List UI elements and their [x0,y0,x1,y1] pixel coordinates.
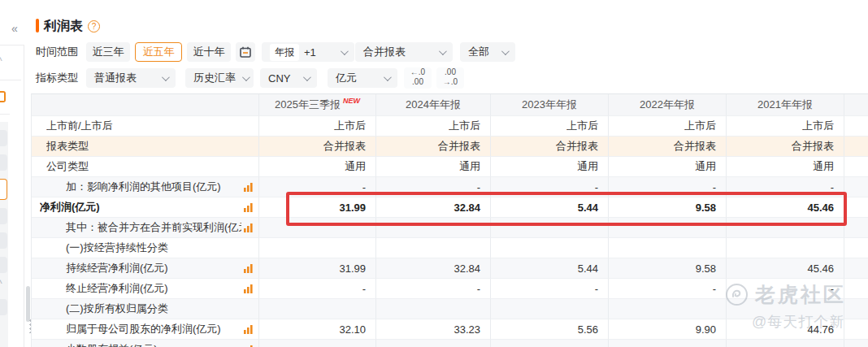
bar-chart-icon[interactable] [243,182,254,193]
cell-value [376,218,491,238]
currency-value: CNY [268,72,297,85]
cell-value: 31.99 [259,258,376,279]
row-label: 加：影响净利润的其他项目(亿元) [66,180,241,194]
help-icon[interactable]: ? [88,20,100,33]
cell-clipped [844,157,868,177]
table-row: 持续经营净利润(亿元) 31.99 32.84 5.44 9.58 45.46 [32,258,868,279]
calendar-glyph [240,46,251,58]
table-row: 净利润(亿元) 31.99 32.84 5.44 9.58 45.46 [32,197,868,218]
bar-chart-icon[interactable] [243,223,254,233]
cell-clipped [844,177,868,197]
bar-chart-icon[interactable] [243,202,254,213]
row-label: 持续经营净利润(亿元) [66,261,241,275]
row-label: 上市前/上市后 [46,119,254,133]
decrease-decimal-button[interactable]: ←.0 .00 [404,67,432,89]
scrollbar-thumb[interactable] [26,286,30,322]
statement-type-value: 普通报表 [94,71,155,85]
row-label: 少数股东损益(亿元) [66,342,241,347]
cell-value: 5.44 [491,197,609,218]
new-badge: NEW [343,97,360,105]
cell-value: 上市后 [491,116,609,137]
cell-value: 合并报表 [727,137,844,157]
cell-value: 上市后 [376,116,491,137]
statement-type-dropdown[interactable]: 普通报表 [86,68,176,88]
cell-value [491,299,609,319]
cell-value: 合并报表 [259,137,376,157]
unit-value: 亿元 [336,71,377,85]
cell-value: 9.58 [609,197,727,218]
row-label-cell: 其中：被合并方在合并前实现利润(亿元) [32,218,259,238]
header-cell-2025q3: 2025年三季报 NEW [259,94,376,116]
cell-value: 32.84 [376,197,491,218]
rail-item[interactable] [0,232,7,249]
exchange-rate-dropdown[interactable]: 历史汇率 [185,68,254,88]
rail-item[interactable] [0,299,7,315]
row-label: 终止经营净利润(亿元) [66,281,241,296]
increase-decimal-button[interactable]: .00 →.0 [436,67,464,89]
range-10y-button[interactable]: 近十年 [187,42,231,62]
currency-dropdown[interactable]: CNY [260,68,317,88]
row-label-cell: 上市前/上市后 [32,116,259,137]
cell-value: 通用 [491,157,609,177]
header-cell-2021: 2021年年报 [727,94,844,116]
table-row: 上市前/上市后 上市后 上市后 上市后 上市后 上市后 [32,116,868,137]
period-dropdown[interactable]: 年报 +1 [262,42,354,62]
row-label-cell: 公司类型 [32,157,259,177]
cell-value: - [259,177,376,197]
cell-value: 5.44 [491,258,609,279]
cell-clipped [844,299,868,319]
cell-value: - [491,177,609,197]
cell-clipped [844,238,868,258]
rail-item-active[interactable] [0,179,7,200]
cell-clipped [844,279,868,299]
cell-value: 45.46 [727,258,844,279]
period-extra: +1 [304,46,334,59]
range-5y-button[interactable]: 近五年 [135,42,182,62]
cell-value [259,218,376,238]
report-type-value: 合并报表 [363,45,432,59]
cell-value: 45.46 [727,197,844,218]
table-row: (一)按经营持续性分类 [32,238,868,258]
report-type-dropdown[interactable]: 合并报表 [355,42,453,62]
rail-item[interactable] [0,208,7,224]
decrease-decimal-bottom: .00 [404,77,432,87]
cell-clipped [844,137,868,157]
chevron-up-icon[interactable]: ^ [0,278,2,289]
rail-item[interactable] [0,154,7,171]
cell-value [491,340,609,347]
cell-value: 合并报表 [609,137,727,157]
cell-value: 通用 [609,157,727,177]
bar-chart-icon[interactable] [243,284,254,294]
scope-dropdown[interactable]: 全部 [460,42,515,62]
cell-clipped [844,116,868,137]
cell-value [259,299,376,319]
row-label-cell: 持续经营净利润(亿元) [32,258,259,279]
cell-value: 32.84 [376,258,491,279]
header-label: 2025年三季报 [275,98,341,112]
header-cell-clipped [844,94,868,116]
header-cell-2024: 2024年年报 [376,94,491,116]
cell-value [609,218,727,238]
table-row: 加：影响净利润的其他项目(亿元) - - - - - [32,177,868,197]
row-label-cell: 净利润(亿元) [32,197,259,218]
bar-chart-icon[interactable] [243,263,254,274]
range-3y-button[interactable]: 近三年 [86,42,130,62]
rail-item[interactable] [0,257,7,273]
cell-value: 合并报表 [491,137,609,157]
unit-dropdown[interactable]: 亿元 [328,68,397,88]
row-label-cell: 报表类型 [32,137,259,157]
chevron-up-icon[interactable]: ^ [0,55,2,67]
row-label: 公司类型 [46,159,254,174]
table-body: 上市前/上市后 上市后 上市后 上市后 上市后 上市后 报表类型 合并报表 合并… [32,116,868,347]
rail-item[interactable] [0,130,7,146]
bar-chart-icon[interactable] [243,345,254,347]
table-row: 公司类型 通用 通用 通用 通用 通用 [32,157,868,177]
chevron-down-icon [162,73,170,81]
collapse-sidebar-button[interactable]: « [7,21,22,36]
indicator-type-label: 指标类型 [36,68,78,88]
cell-value: 9.90 [609,319,727,340]
calendar-fragment-icon[interactable] [0,91,6,102]
calendar-icon[interactable] [236,42,255,62]
cell-value: - [609,177,727,197]
bar-chart-icon[interactable] [243,324,254,335]
